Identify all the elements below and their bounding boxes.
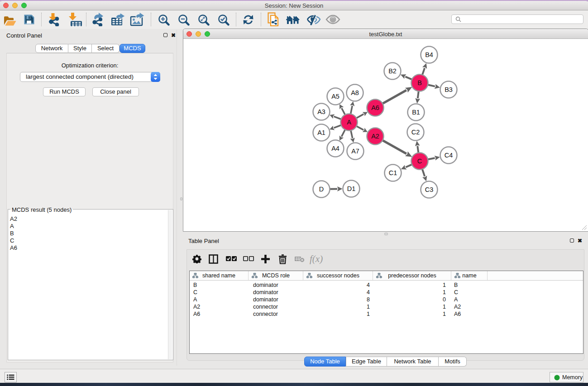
svg-text:A1: A1 (317, 129, 325, 136)
svg-text:A8: A8 (351, 89, 359, 96)
svg-text:D: D (319, 186, 324, 193)
svg-text:A5: A5 (331, 93, 339, 100)
svg-text:A6: A6 (371, 104, 379, 111)
svg-text:A: A (347, 119, 351, 126)
svg-text:C4: C4 (445, 152, 453, 159)
svg-text:C: C (417, 157, 422, 165)
svg-text:D1: D1 (347, 185, 356, 192)
svg-text:B: B (417, 79, 422, 86)
svg-text:B3: B3 (445, 86, 453, 93)
svg-text:A2: A2 (371, 133, 379, 140)
svg-text:C2: C2 (411, 129, 420, 136)
svg-text:B1: B1 (412, 109, 420, 116)
svg-text:A7: A7 (351, 148, 359, 155)
svg-text:C3: C3 (425, 186, 434, 193)
svg-text:C1: C1 (389, 169, 397, 176)
svg-text:B2: B2 (388, 67, 397, 75)
svg-text:B4: B4 (425, 51, 433, 58)
svg-text:A4: A4 (331, 145, 339, 152)
svg-text:A3: A3 (317, 108, 325, 115)
